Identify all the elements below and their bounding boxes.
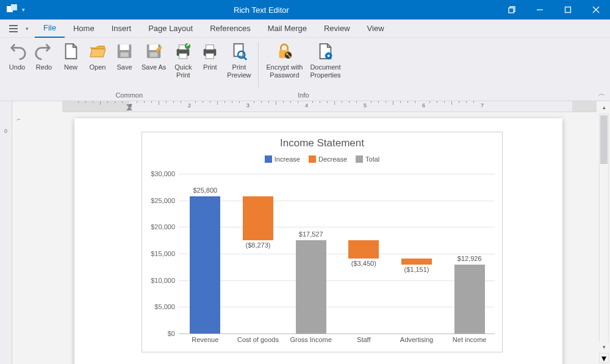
gridline (179, 334, 495, 334)
vruler-tick: 0 (0, 128, 12, 134)
bar-data-label: $12,926 (458, 255, 482, 262)
svg-rect-15 (150, 52, 158, 57)
button-label: Save (117, 63, 132, 79)
scroll-down-button[interactable]: ▾ (599, 342, 609, 352)
menu-item-mail-merge[interactable]: Mail Merge (259, 20, 315, 38)
menu-item-file[interactable]: File (35, 20, 65, 38)
scroll-up-button[interactable]: ▴ (599, 102, 609, 112)
quick-print-icon (173, 41, 193, 61)
button-label: Save As (142, 63, 166, 79)
legend-swatch-icon (356, 155, 363, 163)
quick-print-button[interactable]: QuickPrint (170, 40, 196, 89)
open-icon (88, 41, 107, 61)
gridline (179, 254, 495, 254)
y-tick-label: $10,000 (151, 277, 175, 284)
ribbon: UndoRedoNewOpenSaveSave AsQuickPrintPrin… (0, 38, 610, 101)
ribbon-group-label: Common (0, 91, 258, 101)
chart-bar (401, 259, 432, 265)
y-tick-label: $30,000 (151, 170, 175, 177)
gridline (179, 280, 495, 281)
maximize-button[interactable] (554, 0, 582, 20)
svg-point-19 (185, 43, 190, 49)
vertical-scrollbar[interactable] (599, 113, 609, 352)
menu-item-references[interactable]: References (201, 20, 259, 38)
ruler-number: 4 (305, 102, 308, 109)
svg-rect-11 (120, 45, 129, 50)
chart-bar (454, 265, 485, 334)
button-label: Encrypt withPassword (266, 63, 303, 79)
bar-data-label: $25,800 (193, 187, 217, 194)
app-menu-dropdown-icon[interactable]: ▾ (26, 26, 29, 32)
undo-icon (7, 41, 27, 61)
minimize-button[interactable] (526, 0, 554, 20)
menu-item-home[interactable]: Home (65, 20, 103, 38)
print-icon (200, 41, 220, 61)
save-as-icon (144, 41, 163, 61)
chart-bar (348, 240, 379, 259)
svg-rect-18 (179, 54, 187, 59)
button-label: Print (203, 63, 217, 79)
button-label: Redo (36, 63, 52, 79)
ribbon-group-info: Encrypt withPasswordDocumentProperties I… (259, 38, 348, 101)
new-icon (61, 41, 81, 61)
menu-item-page-layout[interactable]: Page Layout (140, 20, 201, 38)
bar-data-label: $17,527 (299, 230, 323, 238)
workspace: 0 ⌐ 1234567 ▴ ▾ ▾ Income Statement Incre… (0, 101, 610, 364)
legend-entry: Increase (265, 155, 300, 163)
chart-legend: IncreaseDecreaseTotal (142, 155, 502, 163)
x-tick-label: Staff (357, 336, 370, 343)
svg-rect-12 (120, 52, 128, 57)
button-label: New (64, 63, 77, 79)
ribbon-collapse-icon[interactable]: ︿ (598, 89, 605, 98)
menu-item-view[interactable]: View (359, 20, 393, 38)
restore-down-alt-icon[interactable] (498, 0, 526, 20)
close-button[interactable] (582, 0, 610, 20)
print-preview-button[interactable]: PrintPreview (223, 40, 254, 89)
svg-rect-9 (9, 31, 18, 32)
save-button[interactable]: Save (111, 40, 138, 89)
chart-bar (190, 196, 220, 334)
ruler-number: 5 (364, 102, 367, 109)
ribbon-group-common: UndoRedoNewOpenSaveSave AsQuickPrintPrin… (0, 38, 258, 101)
y-tick-label: $25,000 (151, 197, 175, 204)
print-button[interactable]: Print (196, 40, 223, 89)
save-icon (115, 41, 134, 61)
x-tick-label: Advertising (400, 336, 433, 343)
titlebar: ▾ Rich Text Editor (0, 0, 610, 20)
encrypt-icon (274, 41, 294, 61)
svg-point-30 (328, 54, 330, 57)
new-button[interactable]: New (57, 40, 84, 89)
chart-title: Income Statement (142, 132, 502, 149)
ruler-number: 7 (481, 102, 484, 109)
button-label: PrintPreview (227, 63, 251, 79)
save-as-button[interactable]: Save As (138, 40, 170, 89)
scrollbar-thumb[interactable] (600, 115, 608, 164)
legend-swatch-icon (265, 155, 272, 163)
chart-bar (296, 240, 326, 334)
chart[interactable]: Income Statement IncreaseDecreaseTotal $… (142, 132, 503, 352)
horizontal-ruler[interactable]: 1234567 (62, 101, 597, 112)
redo-button[interactable]: Redo (30, 40, 57, 89)
doc-props-button[interactable]: DocumentProperties (306, 40, 344, 89)
y-tick-label: $15,000 (151, 250, 175, 257)
vertical-ruler: 0 (0, 101, 12, 364)
doc-props-icon (315, 41, 335, 61)
open-button[interactable]: Open (84, 40, 111, 89)
menu-item-review[interactable]: Review (315, 20, 359, 38)
svg-rect-1 (11, 4, 17, 10)
undo-button[interactable]: Undo (4, 40, 30, 89)
y-tick-label: $20,000 (151, 223, 175, 230)
x-tick-label: Net income (453, 336, 487, 343)
button-label: Open (90, 63, 106, 79)
menu-bar: ▾ FileHomeInsertPage LayoutReferencesMai… (0, 20, 610, 38)
menu-item-insert[interactable]: Insert (103, 20, 140, 38)
window-title: Rich Text Editor (25, 5, 498, 15)
page-corner-mark: ⌐ (17, 116, 21, 123)
y-tick-label: $0 (168, 330, 175, 337)
svg-line-25 (243, 57, 246, 60)
app-menu-icon[interactable] (5, 21, 22, 36)
bar-data-label: ($1,151) (404, 266, 429, 273)
print-preview-icon (229, 41, 249, 61)
document-page[interactable]: Income Statement IncreaseDecreaseTotal $… (74, 118, 562, 364)
encrypt-button[interactable]: Encrypt withPassword (262, 40, 306, 89)
